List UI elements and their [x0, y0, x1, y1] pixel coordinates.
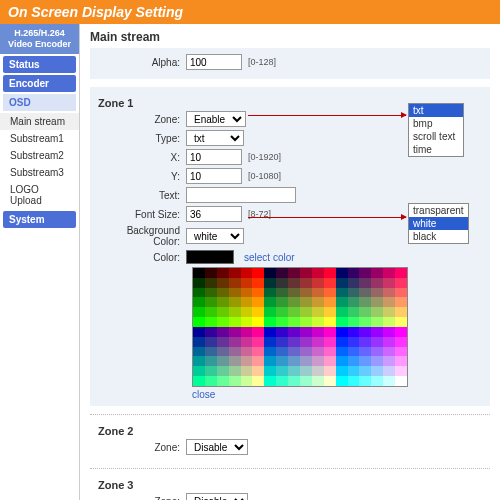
zone2-zone-label: Zone:	[98, 442, 186, 453]
zone1-zone-select[interactable]: Enable	[186, 111, 246, 127]
type-option-scroll[interactable]: scroll text	[409, 130, 463, 143]
color-palette[interactable]: close	[192, 267, 482, 400]
zone1-y-label: Y:	[98, 171, 186, 182]
nav-system[interactable]: System	[3, 211, 76, 228]
nav-main-stream[interactable]: Main stream	[0, 113, 79, 130]
alpha-hint: [0-128]	[248, 57, 276, 67]
type-option-time[interactable]: time	[409, 143, 463, 156]
zone2-panel: Zone 2 Zone: Disable	[90, 414, 490, 464]
zone1-bg-select[interactable]: white	[186, 228, 244, 244]
bg-popup: transparent white black	[408, 203, 469, 244]
main-content: Main stream Alpha: [0-128] Zone 1 Zone: …	[80, 24, 500, 500]
select-color-link[interactable]: select color	[244, 252, 295, 263]
zone1-bg-label: Background Color:	[98, 225, 186, 247]
zone2-zone-select[interactable]: Disable	[186, 439, 248, 455]
zone3-title: Zone 3	[98, 479, 482, 491]
zone1-color-label: Color:	[98, 252, 186, 263]
close-palette-link[interactable]: close	[192, 389, 482, 400]
page-header: On Screen Display Setting	[0, 0, 500, 24]
zone3-panel: Zone 3 Zone: Disable	[90, 468, 490, 500]
zone1-text-input[interactable]	[186, 187, 296, 203]
annotation-arrow-2	[248, 217, 406, 218]
zone1-text-label: Text:	[98, 190, 186, 201]
annotation-arrow	[248, 115, 406, 116]
zone1-type-label: Type:	[98, 133, 186, 144]
zone1-type-select[interactable]: txt	[186, 130, 244, 146]
section-title: Main stream	[90, 30, 490, 44]
type-popup: txt bmp scroll text time	[408, 103, 464, 157]
sidebar: H.265/H.264 Video Encoder Status Encoder…	[0, 24, 80, 500]
nav-logo-upload[interactable]: LOGO Upload	[0, 181, 79, 209]
type-option-bmp[interactable]: bmp	[409, 117, 463, 130]
zone1-y-input[interactable]	[186, 168, 242, 184]
type-option-txt[interactable]: txt	[409, 104, 463, 117]
alpha-panel: Alpha: [0-128]	[90, 48, 490, 79]
product-title: H.265/H.264 Video Encoder	[0, 24, 79, 54]
zone3-zone-label: Zone:	[98, 496, 186, 501]
nav-osd[interactable]: OSD	[3, 94, 76, 111]
bg-option-black[interactable]: black	[409, 230, 468, 243]
zone1-x-input[interactable]	[186, 149, 242, 165]
zone1-panel: Zone 1 Zone: Enable Type: txt X: [0-1920…	[90, 87, 490, 406]
nav-substream1[interactable]: Substream1	[0, 130, 79, 147]
nav-status[interactable]: Status	[3, 56, 76, 73]
alpha-input[interactable]	[186, 54, 242, 70]
nav-substream2[interactable]: Substream2	[0, 147, 79, 164]
nav-encoder[interactable]: Encoder	[3, 75, 76, 92]
zone1-font-label: Font Size:	[98, 209, 186, 220]
zone1-zone-label: Zone:	[98, 114, 186, 125]
zone3-zone-select[interactable]: Disable	[186, 493, 248, 500]
zone1-x-label: X:	[98, 152, 186, 163]
page-title: On Screen Display Setting	[8, 4, 183, 20]
alpha-label: Alpha:	[98, 57, 186, 68]
zone2-title: Zone 2	[98, 425, 482, 437]
zone1-x-hint: [0-1920]	[248, 152, 281, 162]
zone1-y-hint: [0-1080]	[248, 171, 281, 181]
nav-substream3[interactable]: Substream3	[0, 164, 79, 181]
color-swatch[interactable]	[186, 250, 234, 264]
zone1-font-input[interactable]	[186, 206, 242, 222]
bg-option-transparent[interactable]: transparent	[409, 204, 468, 217]
bg-option-white[interactable]: white	[409, 217, 468, 230]
